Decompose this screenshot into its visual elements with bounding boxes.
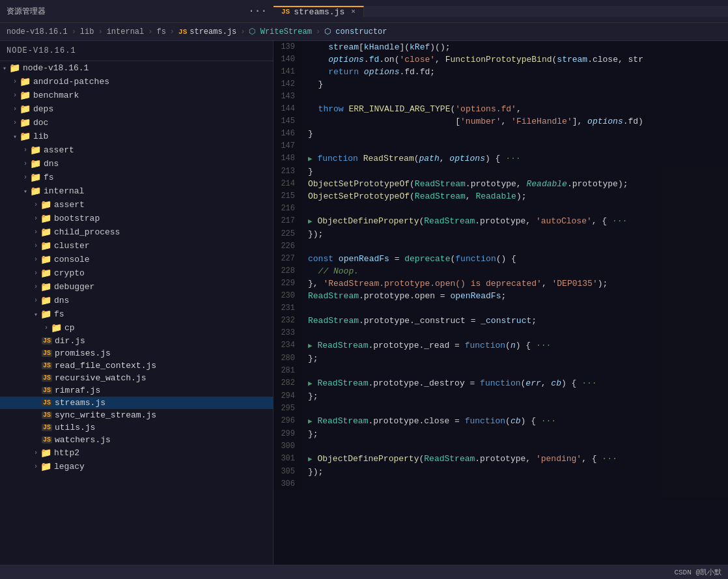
tree-item-watchers.js[interactable]: JSwatchers.js [0,434,273,446]
line-content: } [303,165,728,178]
tree-item-dns[interactable]: ›📁dns [0,157,273,171]
line-number: 227 [273,253,303,265]
folder-icon: 📁 [40,447,51,459]
annotation-arrows [0,473,273,565]
tree-item-utils.js[interactable]: JSutils.js [0,421,273,434]
tree-item-rimraf.js[interactable]: JSrimraf.js [0,384,273,397]
tree-item-streams.js[interactable]: JSstreams.js [0,397,273,409]
tree-item-cp[interactable]: ›📁cp [0,321,273,335]
code-line-234: 234▶ ReadStream.prototype._read = functi… [273,339,728,352]
breadcrumb-lib[interactable]: lib [80,27,94,36]
file-label: read_file_context.js [55,361,156,371]
tree-item-bootstrap[interactable]: ›📁bootstrap [0,212,273,225]
folder-icon: 📁 [9,63,20,74]
tree-item-console[interactable]: ›📁console [0,253,273,266]
line-content: return options.fd.fd; [303,66,728,78]
folder-label: dns [44,159,59,169]
tree-item-assert2[interactable]: ›📁assert [0,198,273,212]
js-file-icon: JS [42,337,52,345]
line-number: 306 [273,478,303,490]
line-content: } [303,78,728,91]
line-content: ▶ ReadStream.prototype._read = function(… [303,339,728,352]
folder-label: assert [54,200,85,210]
line-number: 294 [273,390,303,402]
line-content: }; [303,428,728,440]
code-line-230: 230ReadStream.prototype.open = openReadF… [273,290,728,302]
tree-item-internal[interactable]: ▾📁internal [0,184,273,198]
line-number: 140 [273,53,303,66]
chevron-icon: ▾ [0,64,9,72]
sep3: › [148,27,152,36]
js-file-icon: JS [42,374,52,382]
tree-item-child_process[interactable]: ›📁child_process [0,225,273,239]
code-line-145: 145 ['number', 'FileHandle'], options.fd… [273,115,728,128]
code-line-294: 294}; [273,390,728,402]
folder-label: child_process [54,227,120,237]
folder-icon: 📁 [40,268,51,279]
tree-item-android-patches[interactable]: ›📁android-patches [0,75,273,89]
tree-item-lib[interactable]: ▾📁lib [0,130,273,143]
code-line-214: 214ObjectSetPrototypeOf(ReadStream.proto… [273,178,728,190]
line-content [303,140,728,152]
chevron-icon: › [42,324,51,332]
tree-item-assert[interactable]: ›📁assert [0,143,273,157]
attribution: CSDN @凯小默 [674,567,721,577]
code-line-139: 139 stream[kHandle](kRef)(); [273,41,728,53]
code-line-295: 295 [273,402,728,415]
line-number: 226 [273,240,303,253]
line-number: 144 [273,103,303,115]
tree-item-dns2[interactable]: ›📁dns [0,294,273,307]
tab-close-button[interactable]: × [351,8,356,16]
chevron-icon: ▾ [10,133,20,141]
code-line-296: 296▶ ReadStream.prototype.close = functi… [273,415,728,428]
tree-item-deps[interactable]: ›📁deps [0,102,273,116]
folder-icon: 📁 [40,199,51,210]
tab-streams-js[interactable]: JS streams.js × [273,6,364,17]
line-number: 228 [273,265,303,277]
tree-item-fs[interactable]: ›📁fs [0,171,273,184]
line-number: 233 [273,327,303,339]
breadcrumb-writestream[interactable]: ⬡ WriteStream [249,27,311,36]
tree-item-crypto[interactable]: ›📁crypto [0,266,273,280]
tree-item-cluster[interactable]: ›📁cluster [0,239,273,253]
chevron-icon: › [31,242,40,249]
tree-item-promises.js[interactable]: JSpromises.js [0,347,273,360]
line-content [303,203,728,215]
line-number: 217 [273,215,303,228]
tree-item-doc[interactable]: ›📁doc [0,116,273,130]
file-label: dir.js [55,336,85,346]
breadcrumb-fs[interactable]: fs [156,27,165,36]
js-file-icon: JS [42,350,52,357]
tree-item-legacy[interactable]: ›📁legacy [0,460,273,473]
tree-item-benchmark[interactable]: ›📁benchmark [0,89,273,102]
tree-item-recursive_watch.js[interactable]: JSrecursive_watch.js [0,372,273,384]
tree-item-debugger[interactable]: ›📁debugger [0,280,273,294]
code-lines-container[interactable]: 139 stream[kHandle](kRef)();140 options.… [273,41,728,565]
tree-item-read_file_context.js[interactable]: JSread_file_context.js [0,360,273,372]
tree-item-dir.js[interactable]: JSdir.js [0,335,273,347]
code-line-228: 228 // Noop. [273,265,728,277]
code-line-281: 281 [273,365,728,377]
line-number: 305 [273,466,303,478]
more-options-button[interactable]: ··· [248,5,267,17]
line-content: ▶ ReadStream.prototype._destroy = functi… [303,377,728,390]
breadcrumb-streamsjs[interactable]: streams.js [189,27,236,36]
line-number: 213 [273,165,303,178]
tree-item-node-v18.16.1[interactable]: ▾📁node-v18.16.1 [0,61,273,75]
code-line-225: 225}); [273,228,728,240]
line-content: options.fd.on('close', FunctionPrototype… [303,53,728,66]
sep6: › [316,27,320,36]
tree-item-sync_write_stream.js[interactable]: JSsync_write_stream.js [0,409,273,421]
breadcrumb-constructor[interactable]: ⬡ constructor [324,27,387,36]
breadcrumb-node[interactable]: node-v18.16.1 [7,27,68,36]
folder-icon: 📁 [40,295,51,306]
tree-item-fs2[interactable]: ▾📁fs [0,307,273,321]
js-file-icon: JS [42,362,52,369]
line-content: ObjectSetPrototypeOf(ReadStream.prototyp… [303,178,728,190]
line-number: 231 [273,302,303,315]
line-content: stream[kHandle](kRef)(); [303,41,728,53]
tree-item-http2[interactable]: ›📁http2 [0,446,273,460]
breadcrumb-internal[interactable]: internal [107,27,145,36]
folder-label: fs [54,309,64,319]
code-line-226: 226 [273,240,728,253]
